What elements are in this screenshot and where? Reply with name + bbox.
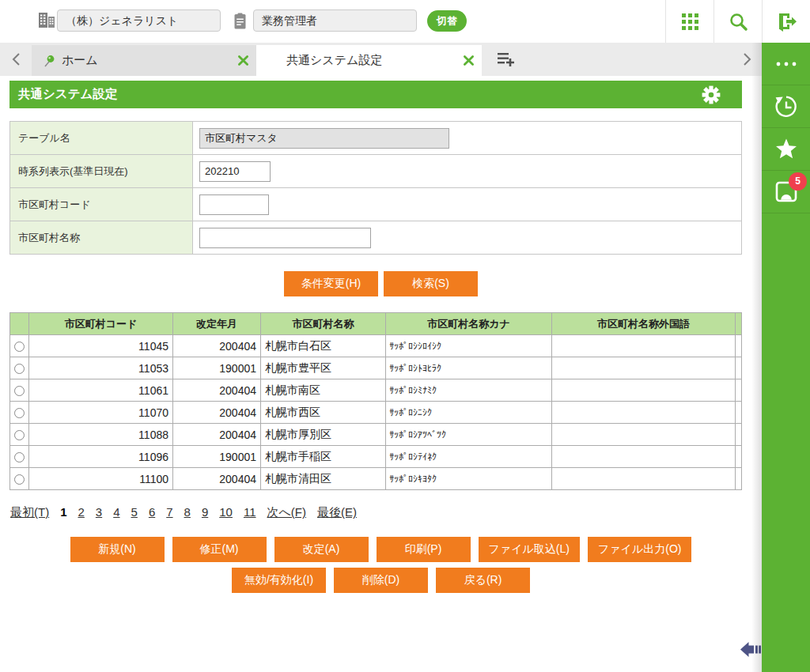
cell-city-foreign: [552, 379, 736, 402]
form-label: 市区町村名称: [10, 221, 193, 255]
sidebar-inbox-button[interactable]: 5: [762, 171, 810, 213]
add-tab-button[interactable]: [492, 43, 520, 76]
page-title: 共通システム設定: [18, 86, 702, 103]
collapse-arrow-icon[interactable]: [740, 641, 761, 658]
pagination-link[interactable]: 10: [219, 505, 233, 519]
action-button[interactable]: 新規(N): [70, 537, 165, 562]
tab-active-close-icon[interactable]: [463, 55, 475, 66]
form-row-city-code: 市区町村コード: [10, 188, 742, 221]
cell-city-code: 11053: [29, 357, 173, 379]
switch-button[interactable]: 切替: [427, 10, 467, 32]
form-label: テーブル名: [10, 122, 193, 155]
cell-city-foreign: [552, 335, 736, 357]
form-label: 市区町村コード: [10, 188, 193, 221]
top-header-bar: （株）ジェネラリスト 業務管理者 切替: [0, 0, 810, 43]
pagination-link[interactable]: 次へ(F): [267, 505, 307, 520]
row-select-radio[interactable]: [14, 408, 25, 418]
row-select-radio[interactable]: [14, 430, 25, 440]
header-city-name: 市区町村名称: [261, 313, 386, 335]
settings-gear-button[interactable]: [702, 85, 721, 104]
table-row: 11061 200404 札幌市南区 ｻｯﾎﾟﾛｼﾐﾅﾐｸ: [10, 379, 742, 402]
pagination-link[interactable]: 1: [60, 505, 66, 519]
cell-city-foreign: [552, 446, 736, 468]
cell-revision: 200404: [173, 424, 261, 446]
cell-city-kana: ｻｯﾎﾟﾛｼﾆｼｸ: [386, 402, 552, 424]
pagination-link[interactable]: 3: [96, 505, 102, 519]
pagination-link[interactable]: 7: [166, 505, 172, 519]
change-condition-button[interactable]: 条件変更(H): [284, 271, 378, 296]
action-button[interactable]: 改定(A): [274, 537, 369, 562]
tab-home[interactable]: ホーム: [32, 45, 256, 76]
pagination-link[interactable]: 6: [149, 505, 155, 519]
table-row: 11100 200404 札幌市清田区 ｻｯﾎﾟﾛｼｷﾖﾀｸ: [10, 468, 742, 490]
ellipsis-icon: [776, 62, 797, 66]
pagination-link[interactable]: 9: [202, 505, 208, 519]
cell-city-name: 札幌市手稲区: [261, 446, 386, 468]
pagination-link[interactable]: 5: [131, 505, 138, 519]
cell-revision: 200404: [173, 335, 261, 357]
sidebar-favorites-button[interactable]: [762, 128, 810, 171]
form-row-time-series: 時系列表示(基準日現在): [10, 155, 742, 188]
tab-home-label: ホーム: [62, 53, 237, 68]
cell-city-kana: ｻｯﾎﾟﾛｼｷﾖﾀｸ: [386, 468, 552, 490]
city-code-input[interactable]: [199, 194, 269, 215]
tab-scroll-left-button[interactable]: [5, 43, 27, 76]
action-button[interactable]: ファイル出力(O): [588, 537, 692, 562]
search-button[interactable]: 検索(S): [384, 271, 478, 296]
sidebar-history-button[interactable]: [762, 85, 810, 128]
action-buttons-row2: 無効/有効化(I)削除(D)戻る(R): [0, 568, 762, 593]
action-button[interactable]: 戻る(R): [436, 568, 530, 593]
row-select-radio[interactable]: [14, 342, 25, 352]
cell-city-name: 札幌市南区: [261, 379, 386, 402]
cell-spacer: [736, 357, 742, 379]
cell-city-code: 11045: [29, 335, 173, 357]
pagination-link[interactable]: 2: [78, 505, 85, 519]
cell-city-kana: ｻｯﾎﾟﾛｼｱﾂﾍﾞﾂｸ: [386, 424, 552, 446]
cell-city-code: 11096: [29, 446, 173, 468]
header-radio: [10, 313, 29, 335]
logout-button[interactable]: [763, 0, 810, 43]
role-input[interactable]: 業務管理者: [253, 9, 417, 32]
table-row: 11070 200404 札幌市西区 ｻｯﾎﾟﾛｼﾆｼｸ: [10, 402, 742, 424]
action-button[interactable]: 印刷(P): [377, 537, 471, 562]
tab-home-close-icon[interactable]: [237, 55, 249, 66]
cell-city-kana: ｻｯﾎﾟﾛｼﾄﾖﾋﾗｸ: [386, 357, 552, 379]
row-select-radio[interactable]: [14, 474, 25, 485]
tab-scroll-right-button[interactable]: [736, 43, 758, 76]
pagination-link[interactable]: 8: [184, 505, 191, 519]
cell-city-name: 札幌市西区: [261, 402, 386, 424]
cell-city-foreign: [552, 357, 736, 379]
cell-city-kana: ｻｯﾎﾟﾛｼﾃｲﾈｸ: [386, 446, 552, 468]
pagination-link[interactable]: 11: [244, 505, 256, 519]
row-select-radio[interactable]: [14, 452, 25, 462]
action-buttons-row1: 新規(N)修正(M)改定(A)印刷(P)ファイル取込(L)ファイル出力(O): [0, 537, 762, 562]
action-button[interactable]: 削除(D): [334, 568, 428, 593]
header-spacer: [736, 313, 742, 335]
pagination-link[interactable]: 最初(T): [10, 505, 49, 520]
notification-badge: 5: [789, 172, 807, 191]
cell-city-name: 札幌市白石区: [261, 335, 386, 357]
tab-common-system-settings[interactable]: 共通システム設定: [256, 45, 482, 76]
star-icon: [775, 138, 797, 160]
search-button-top[interactable]: [714, 0, 762, 43]
row-select-radio[interactable]: [14, 386, 25, 396]
table-row: 11053 190001 札幌市豊平区 ｻｯﾎﾟﾛｼﾄﾖﾋﾗｸ: [10, 357, 742, 379]
pagination-link[interactable]: 最後(E): [317, 505, 357, 520]
action-button[interactable]: 無効/有効化(I): [232, 568, 326, 593]
apps-menu-button[interactable]: [666, 0, 713, 43]
right-sidebar: 5: [762, 43, 810, 672]
header-revision: 改定年月: [173, 313, 261, 335]
action-button[interactable]: ファイル取込(L): [479, 537, 580, 562]
city-name-input[interactable]: [199, 228, 371, 248]
action-button[interactable]: 修正(M): [172, 537, 267, 562]
tab-bar: ホーム 共通システム設定: [0, 43, 762, 76]
sidebar-more-button[interactable]: [762, 43, 810, 85]
table-name-input[interactable]: [199, 128, 449, 149]
cell-city-name: 札幌市厚別区: [261, 424, 386, 446]
cell-city-kana: ｻｯﾎﾟﾛｼｼﾛｲｼｸ: [386, 335, 552, 357]
company-input[interactable]: （株）ジェネラリスト: [57, 9, 221, 32]
base-date-input[interactable]: [199, 161, 271, 182]
form-row-table-name: テーブル名: [10, 122, 742, 155]
row-select-radio[interactable]: [14, 364, 25, 374]
pagination-link[interactable]: 4: [113, 505, 119, 519]
